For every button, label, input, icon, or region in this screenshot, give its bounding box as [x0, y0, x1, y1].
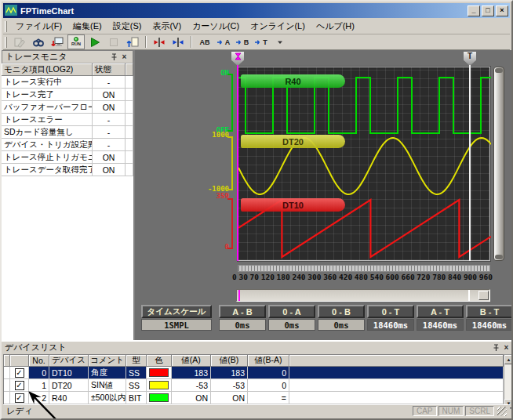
more-dropdown-button[interactable]: [271, 34, 289, 49]
edit-comment-button[interactable]: [11, 34, 28, 49]
x-tick-660: 660: [401, 273, 414, 282]
trace-monitor-status: ON: [93, 164, 126, 176]
trace-monitor-row: トレースデータ取得完了ON: [2, 164, 133, 176]
device-row-filler: [289, 379, 504, 392]
plot-horizontal-scrollbar[interactable]: [236, 289, 490, 302]
device-row-filler: [289, 367, 504, 379]
time-scale-box: タイムスケール 1SMPL: [141, 305, 212, 331]
start-trace-button[interactable]: [86, 34, 104, 49]
menubar-grip[interactable]: [5, 21, 7, 32]
x-tick-300: 300: [307, 273, 321, 282]
menu-item-0[interactable]: ファイル(F): [10, 19, 67, 34]
menu-item-4[interactable]: カーソル(C): [187, 19, 245, 34]
device-col-4: 色: [147, 355, 172, 367]
menubar: ファイル(F)編集(E)設定(S)表示(V)カーソル(C)オンライン(L)ヘルプ…: [3, 19, 510, 34]
cursor-ab-button[interactable]: AB: [196, 34, 213, 49]
zero-cursor-marker[interactable]: [231, 52, 244, 66]
device-type: SS: [126, 367, 147, 379]
cursor-b-button[interactable]: [169, 34, 187, 49]
monitor-transfer-button[interactable]: [49, 34, 66, 49]
device-checkbox[interactable]: ✓: [15, 381, 24, 390]
trace-monitor-panel: トレースモニタ × モニタ項目(LOG2)状態トレース実行中-トレース完了ONバ…: [2, 50, 135, 340]
device-row-margin: [4, 392, 10, 404]
device-checkbox-cell: ✓: [10, 392, 29, 404]
menu-item-3[interactable]: 表示(V): [147, 19, 187, 34]
device-value-ba: =: [248, 392, 289, 404]
trace-monitor-status: ON: [93, 101, 126, 114]
jump-a-button[interactable]: A: [215, 34, 232, 49]
trigger-line[interactable]: [469, 65, 471, 261]
menu-item-5[interactable]: オンライン(L): [245, 19, 311, 34]
jump-b-button[interactable]: B: [234, 34, 251, 49]
close-icon[interactable]: ×: [119, 52, 129, 62]
jump-t-button[interactable]: T: [253, 34, 270, 49]
trace-monitor-item: バッファオーバーフロー: [2, 101, 93, 114]
device-value-ba: 0: [248, 379, 289, 392]
indicator-scrl: SCRL: [465, 406, 494, 416]
cursor-ab-separator: [191, 36, 192, 48]
trace-monitor-status: -: [93, 126, 126, 139]
measurement-button-0[interactable]: A - B: [219, 305, 266, 318]
device-value-ba: 0: [248, 367, 289, 379]
device-row-DT10[interactable]: ✓0DT10角度SS1831830: [4, 367, 504, 379]
run-mode-button[interactable]: RUN: [67, 34, 85, 49]
device-col-filler: [289, 355, 504, 367]
cursor-a-button[interactable]: [151, 34, 168, 49]
toolbar-grip[interactable]: [5, 37, 7, 48]
measurement-button-1[interactable]: 0 - A: [268, 305, 315, 318]
trace-monitor-title: トレースモニタ: [5, 51, 109, 63]
x-tick-540: 540: [370, 273, 384, 282]
trace-monitor-item: トレース実行中: [2, 76, 93, 89]
menu-item-2[interactable]: 設定(S): [107, 19, 147, 34]
menu-item-6[interactable]: ヘルプ(H): [311, 19, 360, 34]
close-button[interactable]: ×: [496, 5, 508, 16]
x-tick-720: 720: [417, 273, 430, 282]
plot-vertical-scrollbar[interactable]: [493, 67, 504, 261]
device-row-R40[interactable]: ✓2R40±500以内BITONON=: [4, 392, 504, 404]
measurement-box-2: 0 - B0ms: [318, 305, 365, 331]
maximize-button[interactable]: □: [482, 5, 494, 16]
measurement-button-2[interactable]: 0 - B: [318, 305, 365, 318]
plot-vscroll-bottom-cap: [495, 255, 503, 259]
device-row-DT20[interactable]: ✓1DT20SIN値SS-53-530: [4, 379, 504, 392]
minimize-button[interactable]: _: [468, 5, 480, 16]
stop-trace-button[interactable]: [105, 34, 122, 49]
device-checkbox[interactable]: ✓: [15, 368, 24, 378]
trace-monitor-col-0: モニタ項目(LOG2): [2, 63, 93, 76]
measurement-value-0: 0ms: [219, 319, 266, 331]
device-comment: SIN値: [89, 379, 126, 392]
x-tick-360: 360: [323, 273, 337, 282]
menu-item-1[interactable]: 編集(E): [67, 19, 107, 34]
measurement-button-4[interactable]: A - T: [417, 305, 464, 318]
device-list-scrollbar[interactable]: ▲ ▼: [504, 354, 513, 409]
pin-icon[interactable]: [109, 52, 119, 62]
device-name: DT10: [49, 367, 89, 379]
device-checkbox[interactable]: ✓: [15, 393, 24, 403]
measurement-button-3[interactable]: 0 - T: [367, 305, 414, 318]
time-scale-value: 1SMPL: [141, 319, 212, 331]
resize-grip[interactable]: [497, 407, 507, 416]
trace-monitor-row: トレース停止トリガモニタON: [2, 151, 133, 164]
time-scale-button[interactable]: タイムスケール: [141, 305, 212, 318]
trace-monitor-row: トレース完了ON: [2, 89, 133, 101]
app-window: FPTimeChart _ □ × ファイル(F)編集(E)設定(S)表示(V)…: [0, 0, 513, 420]
device-value-b: ON: [211, 392, 248, 404]
zero-cursor-line[interactable]: [237, 65, 238, 261]
read-trace-data-button[interactable]: [124, 34, 141, 49]
trace-monitor-row: デバイス・トリガ設定異常-: [2, 139, 133, 151]
pin-icon[interactable]: [491, 342, 501, 353]
close-icon[interactable]: ×: [501, 342, 511, 353]
scroll-up-icon[interactable]: ▲: [504, 355, 513, 364]
device-value-a: -53: [172, 379, 211, 392]
trigger-marker[interactable]: T: [464, 52, 476, 66]
hscroll-zero-cursor-tick: [238, 290, 240, 301]
device-checkbox-cell: ✓: [10, 379, 29, 392]
status-text: レディ: [6, 405, 411, 417]
measurement-button-5[interactable]: B - T: [466, 305, 513, 318]
device-color-cell: [147, 392, 172, 404]
x-tick-0: 0: [232, 273, 237, 282]
indicator-cap: CAP: [413, 406, 437, 416]
find-button[interactable]: [30, 34, 47, 49]
device-list-panel: デバイスリスト × No.デバイスコメント型色値(A)値(B)値(B-A)✓0D…: [2, 340, 513, 409]
hscroll-thumb[interactable]: [478, 291, 489, 300]
